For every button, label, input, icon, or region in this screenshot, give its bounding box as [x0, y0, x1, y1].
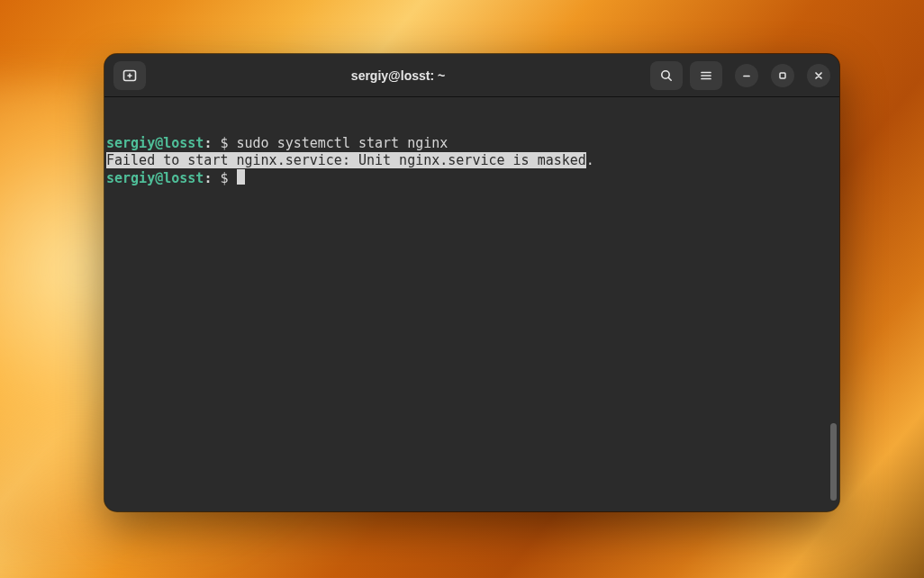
terminal-window: sergiy@losst: ~	[104, 54, 839, 511]
maximize-button[interactable]	[771, 64, 794, 87]
search-icon	[659, 68, 674, 83]
prompt-user: sergiy@losst	[106, 135, 204, 151]
menu-button[interactable]	[690, 61, 722, 90]
prompt-symbol: $	[212, 135, 236, 151]
output-tail: .	[586, 152, 594, 168]
close-button[interactable]	[807, 64, 830, 87]
search-button[interactable]	[650, 61, 683, 90]
hamburger-icon	[699, 68, 713, 83]
svg-rect-2	[780, 73, 785, 78]
close-icon	[813, 70, 824, 81]
window-title: sergiy@losst: ~	[351, 68, 445, 83]
titlebar[interactable]: sergiy@losst: ~	[104, 54, 839, 97]
new-tab-icon	[122, 68, 138, 84]
new-tab-button[interactable]	[113, 61, 146, 90]
terminal-line-1: sergiy@losst: $ sudo systemctl start ngi…	[106, 135, 838, 152]
terminal-line-2: Failed to start nginx.service: Unit ngin…	[106, 152, 838, 169]
prompt-user: sergiy@losst	[106, 170, 204, 186]
command-text: sudo systemctl start nginx	[237, 135, 448, 151]
minimize-button[interactable]	[735, 64, 758, 87]
selected-output: Failed to start nginx.service: Unit ngin…	[106, 152, 586, 168]
terminal-cursor	[237, 169, 245, 185]
terminal-viewport[interactable]: sergiy@losst: $ sudo systemctl start ngi…	[104, 97, 839, 511]
scrollbar-thumb[interactable]	[830, 423, 837, 501]
terminal-line-3: sergiy@losst: $	[106, 169, 838, 187]
prompt-symbol: $	[212, 170, 236, 186]
minimize-icon	[741, 70, 752, 81]
maximize-icon	[777, 70, 788, 81]
